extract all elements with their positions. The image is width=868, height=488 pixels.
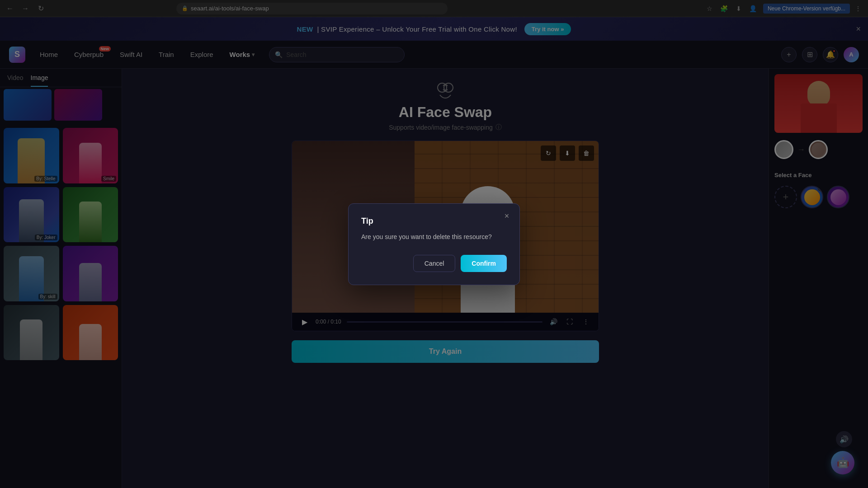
modal-actions: Cancel Confirm [361,255,507,272]
modal-confirm-button[interactable]: Confirm [461,255,507,272]
delete-confirm-dialog: × Tip Are you sure you want to delete th… [348,203,520,285]
modal-cancel-button[interactable]: Cancel [413,255,456,272]
modal-overlay: × Tip Are you sure you want to delete th… [0,0,868,488]
modal-message: Are you sure you want to delete this res… [361,233,507,240]
modal-title: Tip [361,216,507,226]
modal-close-button[interactable]: × [500,210,513,223]
